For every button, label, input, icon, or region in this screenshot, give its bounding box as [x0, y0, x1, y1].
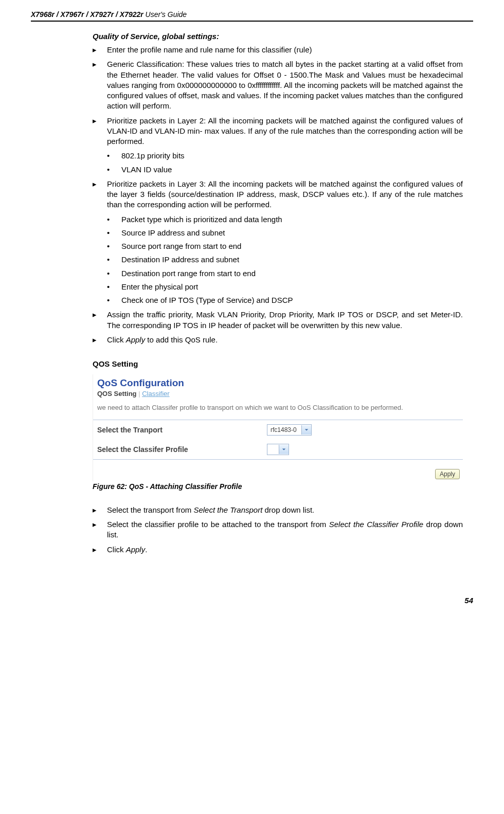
dot-bullet-icon: •: [107, 282, 121, 292]
dot-bullet-icon: •: [107, 228, 121, 238]
chevron-down-icon: [279, 445, 289, 454]
apply-button[interactable]: Apply: [435, 469, 460, 479]
sub-list-item: • 802.1p priority bits: [107, 151, 463, 161]
transport-label: Select the Tranport: [97, 426, 267, 434]
transport-row: Select the Tranport rfc1483-0: [93, 420, 463, 440]
dot-bullet-icon: •: [107, 255, 121, 265]
dot-bullet-icon: •: [107, 165, 121, 175]
models: X7968r / X7967r / X7927r / X7922r: [31, 10, 143, 19]
list-item: ▸ Select the classifier profile to be at…: [93, 519, 463, 540]
triangle-bullet-icon: ▸: [93, 545, 107, 555]
page-header: X7968r / X7967r / X7927r / X7922r User's…: [31, 10, 473, 22]
triangle-bullet-icon: ▸: [93, 59, 107, 111]
classifier-label: Select the Classifer Profile: [97, 445, 267, 454]
qos-setting-heading: QOS Setting: [93, 359, 463, 368]
triangle-bullet-icon: ▸: [93, 179, 107, 210]
classifier-row: Select the Classifer Profile: [93, 440, 463, 459]
tab-classifier[interactable]: Classifier: [142, 390, 169, 397]
sub-list-item: •Source IP address and subnet: [107, 228, 463, 238]
page-number: 54: [31, 596, 473, 605]
list-item: ▸ Assign the traffic priority, Mask VLAN…: [93, 310, 463, 331]
list-item: ▸ Click Apply to add this QoS rule.: [93, 335, 463, 345]
sub-list-item: •Destination IP address and subnet: [107, 255, 463, 265]
sub-list-item: •Packet type which is prioritized and da…: [107, 214, 463, 225]
classifier-select[interactable]: [267, 444, 289, 455]
dot-bullet-icon: •: [107, 151, 121, 161]
list-item: ▸ Enter the profile name and rule name f…: [93, 45, 463, 55]
chevron-down-icon: [301, 425, 311, 435]
section-subtitle: Quality of Service, global settings:: [93, 32, 463, 41]
sub-list-item: •Source port range from start to end: [107, 241, 463, 251]
transport-select[interactable]: rfc1483-0: [267, 424, 312, 436]
dot-bullet-icon: •: [107, 214, 121, 225]
figure-tabs: QOS Setting | Classifier: [97, 390, 459, 397]
triangle-bullet-icon: ▸: [93, 310, 107, 331]
sub-list-item: •Check one of IP TOS (Type of Service) a…: [107, 295, 463, 305]
figure-caption: Figure 62: QoS - Attaching Classifier Pr…: [93, 482, 463, 491]
figure-description: we need to attach Classifer profile to t…: [97, 404, 459, 412]
list-item: ▸ Prioritize packets in Layer 3: All the…: [93, 179, 463, 210]
tab-qos-setting[interactable]: QOS Setting: [97, 390, 137, 397]
triangle-bullet-icon: ▸: [93, 45, 107, 55]
sub-list-item: • VLAN ID value: [107, 165, 463, 175]
figure-title: QoS Configuration: [97, 377, 459, 389]
list-item: ▸ Click Apply.: [93, 545, 463, 555]
sub-list-item: •Enter the physical port: [107, 282, 463, 292]
dot-bullet-icon: •: [107, 295, 121, 305]
triangle-bullet-icon: ▸: [93, 519, 107, 540]
list-item: ▸ Generic Classification: These values t…: [93, 59, 463, 111]
list-item: ▸ Select the transport from Select the T…: [93, 505, 463, 515]
sub-list-item: •Destination port range from start to en…: [107, 268, 463, 279]
dot-bullet-icon: •: [107, 268, 121, 279]
list-item: ▸ Prioritize packets in Layer 2: All the…: [93, 116, 463, 147]
triangle-bullet-icon: ▸: [93, 335, 107, 345]
triangle-bullet-icon: ▸: [93, 505, 107, 515]
header-suffix: User's Guide: [143, 10, 187, 19]
qos-figure: QoS Configuration QOS Setting | Classifi…: [93, 374, 463, 481]
triangle-bullet-icon: ▸: [93, 116, 107, 147]
dot-bullet-icon: •: [107, 241, 121, 251]
